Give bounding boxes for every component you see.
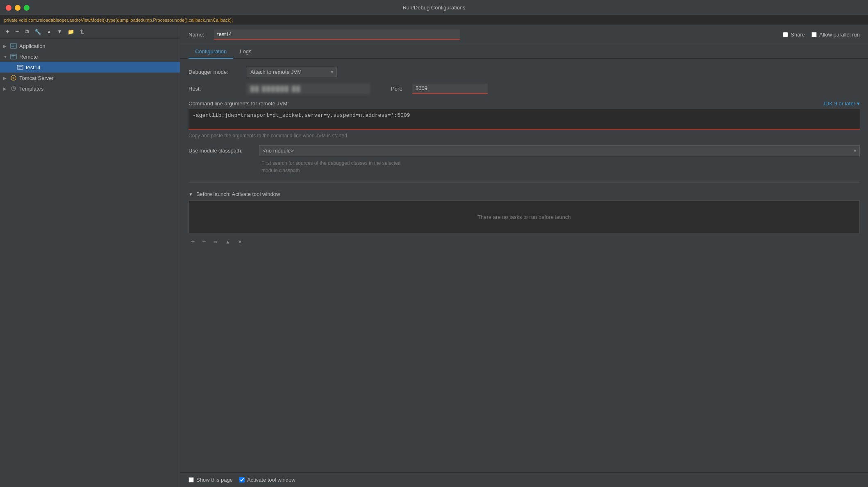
parallel-checkbox[interactable] bbox=[811, 32, 817, 37]
sidebar-tree: ▶ Application ▼ bbox=[0, 39, 180, 487]
tomcat-icon bbox=[10, 74, 17, 82]
module-classpath-select[interactable]: <no module> bbox=[259, 145, 860, 156]
add-config-button[interactable]: + bbox=[4, 27, 11, 36]
cmd-hint: Copy and paste the arguments to the comm… bbox=[189, 133, 860, 139]
code-strip-text: private void com.reloadableoper.androVie… bbox=[4, 18, 233, 23]
port-input[interactable] bbox=[412, 84, 488, 94]
launch-up-button[interactable]: ▲ bbox=[223, 237, 233, 246]
jdk-version-text: JDK 9 or later bbox=[823, 100, 855, 107]
before-launch-empty-area: There are no tasks to run before launch bbox=[189, 200, 860, 233]
cmd-args-value: -agentlib:jdwp=transport=dt_socket,serve… bbox=[193, 112, 410, 118]
config-panel: Name: Share Allow parallel run Configura… bbox=[180, 25, 868, 487]
sidebar-item-label: test14 bbox=[26, 64, 40, 71]
module-hint-line2: module classpath bbox=[261, 168, 300, 173]
wrench-button[interactable]: 🔧 bbox=[33, 28, 43, 36]
main-layout: + − ⧉ 🔧 ▲ ▼ 📁 ⇅ ▶ Application bbox=[0, 25, 868, 487]
module-select-wrapper: <no module> bbox=[259, 145, 860, 156]
cmd-args-box: -agentlib:jdwp=transport=dt_socket,serve… bbox=[189, 109, 860, 130]
sidebar-item-label: Tomcat Server bbox=[19, 75, 54, 81]
traffic-lights bbox=[6, 5, 30, 11]
tabs-row: Configuration Logs bbox=[180, 45, 868, 59]
launch-toolbar: + − ✏ ▲ ▼ bbox=[189, 237, 860, 246]
module-classpath-row: Use module classpath: <no module> bbox=[189, 145, 860, 156]
sort-button[interactable]: ⇅ bbox=[78, 28, 86, 36]
svg-rect-6 bbox=[17, 65, 23, 69]
share-checkbox-row: Share bbox=[783, 32, 805, 38]
copy-config-button[interactable]: ⧉ bbox=[23, 27, 30, 36]
code-strip: private void com.reloadableoper.androVie… bbox=[0, 16, 868, 25]
chevron-down-icon: ▾ bbox=[857, 100, 860, 107]
sidebar-item-remote[interactable]: ▼ Remote bbox=[0, 51, 180, 62]
host-port-row: Host: ██ ██████ ██ Port: bbox=[189, 84, 860, 94]
host-input-blurred: ██ ██████ ██ bbox=[247, 84, 370, 94]
sidebar-item-label: Templates bbox=[19, 86, 43, 92]
module-hint-line1: First search for sources of the debugged… bbox=[261, 160, 401, 166]
tab-logs[interactable]: Logs bbox=[233, 45, 258, 59]
arrow-icon: ▼ bbox=[3, 55, 10, 59]
svg-rect-4 bbox=[11, 55, 16, 56]
close-button[interactable] bbox=[6, 5, 11, 11]
debugger-mode-label: Debugger mode: bbox=[189, 69, 242, 75]
sidebar-item-application[interactable]: ▶ Application bbox=[0, 41, 180, 51]
before-launch-header[interactable]: ▼ Before launch: Activate tool window bbox=[189, 191, 860, 197]
activate-tool-window-label: Activate tool window bbox=[247, 477, 295, 483]
svg-rect-2 bbox=[11, 46, 14, 47]
move-up-button[interactable]: ▲ bbox=[45, 28, 53, 35]
sidebar-item-tomcat[interactable]: ▶ Tomcat Server bbox=[0, 73, 180, 83]
name-row: Name: Share Allow parallel run bbox=[180, 25, 868, 45]
sidebar-item-templates[interactable]: ▶ Templates bbox=[0, 83, 180, 94]
sidebar-item-label: Remote bbox=[19, 54, 38, 60]
debugger-mode-row: Debugger mode: Attach to remote JVM List… bbox=[189, 67, 860, 77]
port-label: Port: bbox=[391, 86, 407, 92]
remove-config-button[interactable]: − bbox=[14, 27, 20, 36]
bottom-bar: Show this page Activate tool window bbox=[180, 472, 868, 487]
share-area: Share Allow parallel run bbox=[783, 32, 860, 38]
sidebar-item-test14[interactable]: test14 bbox=[0, 62, 180, 73]
arrow-icon: ▶ bbox=[3, 76, 10, 80]
module-hint: First search for sources of the debugged… bbox=[261, 159, 860, 174]
launch-edit-button[interactable]: ✏ bbox=[211, 237, 220, 246]
name-label: Name: bbox=[189, 32, 209, 38]
jdk-version-link[interactable]: JDK 9 or later ▾ bbox=[823, 100, 860, 107]
arrow-icon: ▶ bbox=[3, 86, 10, 91]
title-bar: Run/Debug Configurations bbox=[0, 0, 868, 16]
launch-down-button[interactable]: ▼ bbox=[235, 237, 245, 246]
test14-icon bbox=[16, 64, 24, 71]
host-label: Host: bbox=[189, 86, 242, 92]
section-divider bbox=[189, 182, 860, 183]
activate-tool-window-checkbox[interactable] bbox=[239, 477, 245, 482]
activate-tool-window-checkbox-row: Activate tool window bbox=[239, 477, 295, 483]
name-input[interactable] bbox=[214, 30, 460, 40]
config-content: Debugger mode: Attach to remote JVM List… bbox=[180, 59, 868, 472]
parallel-checkbox-row: Allow parallel run bbox=[811, 32, 860, 38]
minimize-button[interactable] bbox=[15, 5, 20, 11]
sidebar: + − ⧉ 🔧 ▲ ▼ 📁 ⇅ ▶ Application bbox=[0, 25, 180, 487]
cmd-args-label: Command line arguments for remote JVM: bbox=[189, 100, 289, 107]
debugger-mode-select[interactable]: Attach to remote JVM Listen to remote JV… bbox=[247, 67, 337, 77]
remote-icon bbox=[10, 53, 17, 60]
share-label: Share bbox=[791, 32, 805, 38]
parallel-label: Allow parallel run bbox=[819, 32, 860, 38]
module-classpath-label: Use module classpath: bbox=[189, 148, 254, 154]
before-launch-empty-text: There are no tasks to run before launch bbox=[477, 214, 571, 220]
show-page-checkbox-row: Show this page bbox=[189, 477, 233, 483]
launch-remove-button[interactable]: − bbox=[200, 237, 208, 246]
window-title: Run/Debug Configurations bbox=[402, 5, 465, 11]
templates-icon bbox=[10, 85, 17, 92]
tab-configuration[interactable]: Configuration bbox=[189, 45, 233, 59]
collapse-arrow-icon: ▼ bbox=[189, 192, 193, 197]
cmd-args-section: Command line arguments for remote JVM: J… bbox=[189, 100, 860, 139]
show-page-checkbox[interactable] bbox=[189, 477, 194, 482]
svg-rect-1 bbox=[11, 45, 16, 46]
sidebar-toolbar: + − ⧉ 🔧 ▲ ▼ 📁 ⇅ bbox=[0, 25, 180, 39]
move-down-button[interactable]: ▼ bbox=[56, 28, 64, 35]
maximize-button[interactable] bbox=[24, 5, 30, 11]
launch-add-button[interactable]: + bbox=[189, 237, 197, 246]
show-page-label: Show this page bbox=[196, 477, 233, 483]
arrow-icon: ▶ bbox=[3, 44, 10, 48]
cmd-header: Command line arguments for remote JVM: J… bbox=[189, 100, 860, 107]
folder-button[interactable]: 📁 bbox=[66, 28, 76, 36]
share-checkbox[interactable] bbox=[783, 32, 788, 37]
application-icon bbox=[10, 42, 17, 50]
sidebar-item-label: Application bbox=[19, 43, 45, 49]
